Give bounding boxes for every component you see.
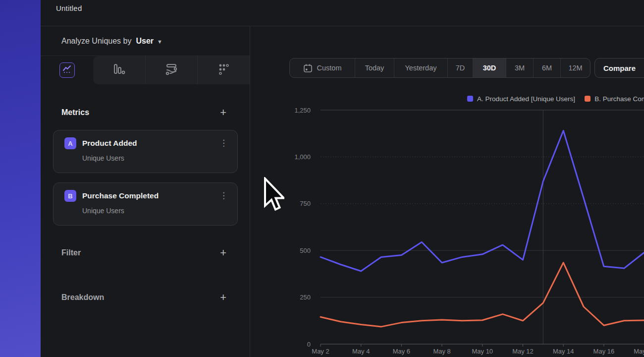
range-3m-label: 3M — [515, 64, 525, 72]
filter-section-header: Filter + — [41, 246, 250, 260]
metric-b-badge: B — [64, 190, 76, 202]
metric-b-options-icon[interactable]: ⋮ — [219, 192, 229, 199]
svg-text:750: 750 — [300, 200, 311, 207]
metric-card-b-row: B Purchase Completed ⋮ — [64, 190, 229, 202]
svg-text:May 18: May 18 — [634, 348, 644, 355]
legend-item-a[interactable]: A. Product Added [Unique Users] — [467, 95, 575, 103]
query-builder-panel: Analyze Uniques by User ▼ — [41, 26, 250, 357]
svg-text:500: 500 — [300, 247, 311, 254]
report-title[interactable]: Untitled — [56, 4, 82, 12]
analyze-label: Analyze Uniques by — [61, 37, 131, 46]
svg-text:1,000: 1,000 — [294, 153, 311, 161]
legend-swatch-a — [467, 96, 473, 102]
range-6m[interactable]: 6M — [533, 59, 560, 77]
tab-flow[interactable] — [145, 56, 198, 84]
chart-type-tab-group — [93, 56, 250, 84]
add-filter-button[interactable]: + — [220, 248, 226, 258]
svg-text:May 2: May 2 — [312, 348, 329, 355]
svg-text:May 16: May 16 — [593, 348, 615, 355]
range-today[interactable]: Today — [355, 59, 394, 77]
bar-chart-icon — [112, 63, 125, 77]
add-metric-button[interactable]: + — [220, 108, 226, 118]
chart-legend: A. Product Added [Unique Users] B. Purch… — [467, 94, 644, 104]
svg-text:May 12: May 12 — [512, 348, 534, 355]
metric-card-b[interactable]: B Purchase Completed ⋮ Unique Users — [53, 182, 238, 226]
metric-a-badge: A — [64, 137, 76, 149]
range-yesterday[interactable]: Yesterday — [394, 59, 447, 77]
metric-a-name: Product Added — [82, 139, 137, 148]
chart-panel: Custom Today Yesterday 7D 30D 3M 6M 12M … — [250, 26, 644, 357]
legend-label-a: A. Product Added [Unique Users] — [477, 95, 575, 103]
tab-bar-chart[interactable] — [93, 56, 145, 84]
calendar-icon — [303, 63, 313, 73]
svg-text:1,250: 1,250 — [294, 107, 311, 114]
main-area: Analyze Uniques by User ▼ — [41, 26, 644, 357]
range-6m-label: 6M — [542, 64, 552, 72]
range-yesterday-label: Yesterday — [405, 64, 437, 72]
svg-text:May 6: May 6 — [393, 348, 410, 355]
line-chart[interactable]: 02505007501,0001,250May 2May 4May 6May 8… — [250, 104, 644, 357]
svg-text:May 8: May 8 — [433, 348, 450, 355]
chevron-down-icon[interactable]: ▼ — [157, 39, 162, 45]
compare-button[interactable]: Compare — [594, 58, 644, 78]
range-custom-label: Custom — [317, 64, 342, 72]
range-30d-label: 30D — [483, 64, 496, 72]
svg-text:0: 0 — [307, 341, 311, 348]
legend-item-b[interactable]: B. Purchase Completed [Unique Users] — [585, 95, 644, 103]
chart-type-tabs — [41, 56, 250, 84]
top-bar: Untitled — [41, 0, 644, 26]
analyze-header: Analyze Uniques by User ▼ — [41, 26, 250, 56]
svg-text:May 14: May 14 — [553, 348, 574, 355]
metric-card-a[interactable]: A Product Added ⋮ Unique Users — [53, 130, 238, 173]
metric-b-name: Purchase Completed — [82, 191, 159, 200]
filter-title: Filter — [61, 248, 81, 257]
legend-swatch-b — [585, 96, 590, 102]
add-breakdown-button[interactable]: + — [220, 293, 226, 302]
svg-text:May 4: May 4 — [352, 348, 370, 355]
range-3m[interactable]: 3M — [506, 59, 533, 77]
tab-line-chart[interactable] — [59, 62, 75, 78]
metric-b-measurement[interactable]: Unique Users — [82, 207, 229, 215]
metrics-title: Metrics — [61, 108, 89, 117]
tab-retention-grid[interactable] — [197, 56, 250, 84]
breakdown-section-header: Breakdown + — [41, 291, 250, 304]
range-custom[interactable]: Custom — [290, 59, 355, 77]
legend-label-b: B. Purchase Completed [Unique Users] — [594, 95, 644, 103]
range-7d-label: 7D — [456, 64, 465, 72]
metric-card-a-row: A Product Added ⋮ — [64, 137, 229, 149]
range-12m-label: 12M — [568, 64, 582, 72]
page: { "window": { "title": "Untitled" }, "si… — [0, 0, 644, 357]
range-12m[interactable]: 12M — [560, 59, 590, 77]
breakdown-title: Breakdown — [61, 293, 104, 302]
analyze-entity-dropdown[interactable]: User — [136, 37, 154, 46]
range-30d[interactable]: 30D — [473, 59, 506, 77]
date-range-bar: Custom Today Yesterday 7D 30D 3M 6M 12M — [289, 58, 590, 78]
svg-text:250: 250 — [300, 294, 311, 301]
metric-a-measurement[interactable]: Unique Users — [82, 154, 229, 162]
range-7d[interactable]: 7D — [447, 59, 473, 77]
metric-a-options-icon[interactable]: ⋮ — [219, 140, 229, 147]
flow-icon — [165, 63, 178, 77]
svg-text:May 10: May 10 — [472, 348, 493, 355]
metrics-section-header: Metrics + — [41, 106, 250, 119]
line-chart-icon — [62, 64, 72, 76]
range-today-label: Today — [365, 64, 384, 72]
retention-grid-icon — [218, 63, 230, 77]
app-window: Untitled Analyze Uniques by User ▼ — [41, 0, 644, 357]
